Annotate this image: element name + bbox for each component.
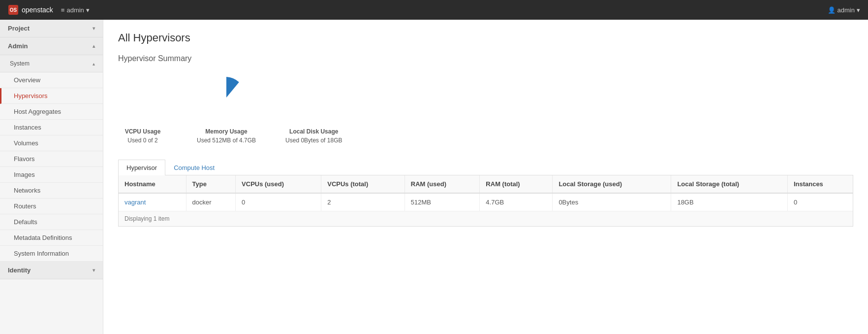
table-row: vagrant docker 0 2 512MB 4.7GB 0Bytes 18…: [119, 193, 853, 211]
sidebar-identity-chevron-icon: ▾: [93, 267, 95, 273]
sidebar: Project ▾ Admin ▴ System ▴ Overview Hype…: [0, 20, 103, 334]
sidebar-section-admin-label: Admin: [8, 42, 28, 50]
topbar-left: OS openstack ≡ admin ▾: [8, 4, 90, 15]
sidebar-section-project[interactable]: Project ▾: [0, 20, 103, 37]
sidebar-item-networks[interactable]: Networks: [0, 183, 103, 199]
sidebar-item-system-information[interactable]: System Information: [0, 246, 103, 262]
col-vcpus-used: VCPUs (used): [236, 175, 321, 193]
col-ram-total: RAM (total): [480, 175, 553, 193]
sidebar-item-host-aggregates[interactable]: Host Aggregates: [0, 104, 103, 120]
vcpu-chart: VCPU Usage Used 0 of 2: [118, 73, 167, 145]
sidebar-item-overview[interactable]: Overview: [0, 72, 103, 88]
admin-chevron-icon: ▾: [86, 6, 90, 14]
admin-dropdown[interactable]: ≡ admin ▾: [61, 6, 90, 14]
sidebar-section-system-label: System: [10, 60, 30, 67]
tabs: Hypervisor Compute Host: [118, 160, 853, 175]
svg-point-7: [299, 83, 329, 112]
section-title: Hypervisor Summary: [118, 54, 853, 63]
cell-vcpus-total: 2: [321, 193, 405, 211]
page-title: All Hypervisors: [118, 32, 853, 44]
cell-vcpus-used: 0: [236, 193, 321, 211]
memory-chart-label: Memory Usage Used 512MB of 4.7GB: [197, 127, 256, 145]
main-content: All Hypervisors Hypervisor Summary VCPU …: [103, 20, 868, 334]
sidebar-section-system[interactable]: System ▴: [0, 55, 103, 72]
col-ram-used: RAM (used): [404, 175, 480, 193]
col-instances: Instances: [787, 175, 853, 193]
svg-point-6: [293, 77, 335, 118]
tab-hypervisor[interactable]: Hypervisor: [118, 160, 165, 175]
hypervisors-table: Hostname Type VCPUs (used) VCPUs (total)…: [119, 175, 853, 211]
charts-row: VCPU Usage Used 0 of 2 Memory Usage Used…: [118, 73, 853, 145]
sidebar-section-project-label: Project: [8, 25, 30, 32]
topbar-right[interactable]: 👤 admin ▾: [828, 6, 860, 14]
cell-hostname: vagrant: [119, 193, 186, 211]
sidebar-item-flavors[interactable]: Flavors: [0, 151, 103, 167]
sidebar-section-identity[interactable]: Identity ▾: [0, 262, 103, 279]
disk-chart-label: Local Disk Usage Used 0Bytes of 18GB: [285, 127, 342, 145]
memory-chart: Memory Usage Used 512MB of 4.7GB: [197, 73, 256, 145]
col-vcpus-total: VCPUs (total): [321, 175, 405, 193]
cell-ram-total: 4.7GB: [480, 193, 553, 211]
vcpu-pie-chart: [118, 73, 167, 122]
table-footer-text: Displaying 1 item: [124, 215, 169, 222]
sidebar-item-routers[interactable]: Routers: [0, 199, 103, 214]
sidebar-item-volumes[interactable]: Volumes: [0, 135, 103, 151]
user-label: admin: [837, 6, 855, 14]
layout: Project ▾ Admin ▴ System ▴ Overview Hype…: [0, 20, 868, 334]
svg-point-3: [128, 83, 157, 112]
vcpu-chart-label: VCPU Usage Used 0 of 2: [125, 127, 161, 145]
table-footer: Displaying 1 item: [119, 211, 853, 226]
cell-ram-used: 512MB: [404, 193, 480, 211]
col-type: Type: [186, 175, 235, 193]
topbar: OS openstack ≡ admin ▾ 👤 admin ▾: [0, 0, 868, 20]
cell-local-storage-used: 0Bytes: [553, 193, 671, 211]
sidebar-section-identity-label: Identity: [8, 267, 31, 274]
sidebar-project-chevron-icon: ▾: [93, 26, 95, 31]
logo[interactable]: OS openstack: [8, 4, 53, 15]
cell-type: docker: [186, 193, 235, 211]
tab-compute-host[interactable]: Compute Host: [165, 160, 223, 175]
sidebar-item-defaults[interactable]: Defaults: [0, 214, 103, 230]
cell-local-storage-total: 18GB: [671, 193, 787, 211]
admin-menu-icon: ≡: [61, 6, 65, 14]
table-container: Hostname Type VCPUs (used) VCPUs (total)…: [118, 175, 853, 227]
sidebar-admin-chevron-icon: ▴: [93, 43, 95, 49]
col-local-storage-total: Local Storage (total): [671, 175, 787, 193]
sidebar-item-hypervisors[interactable]: Hypervisors: [0, 88, 103, 104]
sidebar-section-admin[interactable]: Admin ▴: [0, 37, 103, 55]
sidebar-item-metadata-definitions[interactable]: Metadata Definitions: [0, 230, 103, 246]
hostname-link[interactable]: vagrant: [124, 199, 146, 206]
memory-pie-chart: [202, 73, 251, 122]
sidebar-system-chevron-icon: ▴: [93, 61, 95, 67]
col-local-storage-used: Local Storage (used): [553, 175, 671, 193]
sidebar-item-images[interactable]: Images: [0, 167, 103, 183]
table-header-row: Hostname Type VCPUs (used) VCPUs (total)…: [119, 175, 853, 193]
cell-instances: 0: [787, 193, 853, 211]
admin-label: admin: [66, 6, 84, 14]
disk-pie-chart: [289, 73, 339, 122]
openstack-logo-icon: OS: [8, 4, 19, 15]
sidebar-item-instances[interactable]: Instances: [0, 120, 103, 135]
logo-text: openstack: [22, 6, 53, 14]
disk-chart: Local Disk Usage Used 0Bytes of 18GB: [285, 73, 342, 145]
user-icon: 👤: [828, 6, 836, 14]
svg-point-2: [122, 77, 163, 118]
svg-text:OS: OS: [10, 7, 17, 13]
user-chevron-icon: ▾: [857, 6, 860, 14]
col-hostname: Hostname: [119, 175, 186, 193]
